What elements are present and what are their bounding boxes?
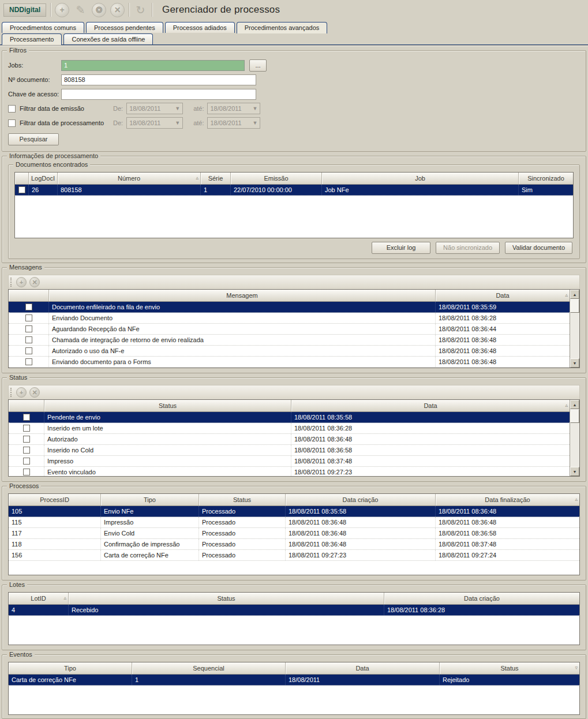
table-row[interactable]: 156 Carta de correção NFe Processado 18/… xyxy=(9,550,579,561)
scroll-up-icon[interactable]: ▲ xyxy=(570,290,579,299)
tab-procedimentos-avancados[interactable]: Procedimentos avançados xyxy=(237,22,328,33)
document-number-input[interactable] xyxy=(61,74,256,85)
table-row[interactable]: Inserido no Cold 18/08/2011 08:36:58 xyxy=(9,445,570,456)
row-checkbox[interactable] xyxy=(23,425,30,432)
table-row[interactable]: 4 Recebido 18/08/2011 08:36:28 xyxy=(9,605,579,616)
table-row[interactable]: Inserido em um lote 18/08/2011 08:36:28 xyxy=(9,423,570,434)
table-row[interactable]: Pendente de envio 18/08/2011 08:35:58 xyxy=(9,412,570,423)
col-numero[interactable]: Número▵ xyxy=(58,173,201,184)
select-column-header[interactable] xyxy=(15,173,29,184)
col-job[interactable]: Job xyxy=(322,173,519,184)
col-mensagem[interactable]: Mensagem xyxy=(49,290,436,301)
scroll-down-icon[interactable]: ▼ xyxy=(570,467,579,476)
col-data-finalizacao[interactable]: Data finalização▵ xyxy=(436,494,579,505)
tab-processamento[interactable]: Processamento xyxy=(2,33,62,45)
col-lotid[interactable]: LotID▵ xyxy=(9,593,69,604)
col-status[interactable]: Status xyxy=(69,593,384,604)
table-row[interactable]: Aguardando Recepção da NFe 18/08/2011 08… xyxy=(9,324,570,335)
table-row[interactable]: Autorizado o uso da NF-e 18/08/2011 08:3… xyxy=(9,346,570,357)
table-row[interactable]: Chamada de integração de retorno de envi… xyxy=(9,335,570,346)
col-data-criacao[interactable]: Data criação xyxy=(384,593,579,604)
col-status[interactable]: Status▿ xyxy=(440,662,579,674)
table-row[interactable]: 115 Impressão Processado 18/08/2011 08:3… xyxy=(9,517,579,528)
toolbar-grip[interactable] xyxy=(10,388,12,397)
close-circle-icon[interactable]: ✕ xyxy=(110,3,125,17)
table-row[interactable]: Enviando Documento 18/08/2011 08:36:28 xyxy=(9,313,570,324)
add-icon[interactable]: + xyxy=(16,277,27,287)
row-checkbox[interactable] xyxy=(18,186,25,193)
scroll-down-icon[interactable]: ▼ xyxy=(570,358,579,368)
table-row[interactable]: 26 808158 1 22/07/2010 00:00:00 Job NFe … xyxy=(15,185,573,196)
vertical-scrollbar[interactable]: ▲ ▼ xyxy=(570,290,579,368)
jobs-browse-button[interactable]: ... xyxy=(249,59,267,72)
not-synchronized-button[interactable]: Não sincronizado xyxy=(436,242,500,254)
table-row[interactable]: 105 Envio NFe Processado 18/08/2011 08:3… xyxy=(9,506,579,517)
access-key-input[interactable] xyxy=(61,89,256,100)
col-status[interactable]: Status xyxy=(44,400,291,411)
table-row[interactable]: Autorizado 18/08/2011 08:36:48 xyxy=(9,434,570,445)
table-row[interactable]: Documento enfileirado na fila de envio 1… xyxy=(9,302,570,313)
row-checkbox[interactable] xyxy=(23,414,30,421)
processing-to-datepicker[interactable]: 18/08/2011 ▼ xyxy=(207,117,260,129)
col-data[interactable]: Data▵ xyxy=(291,400,570,411)
filter-processing-date-checkbox[interactable] xyxy=(8,119,16,127)
vertical-scrollbar[interactable]: ▲ ▼ xyxy=(570,400,579,476)
tab-processos-adiados[interactable]: Processos adiados xyxy=(165,22,235,33)
row-checkbox[interactable] xyxy=(23,447,30,454)
remove-icon[interactable]: ✕ xyxy=(29,387,40,398)
tab-procedimentos-comuns[interactable]: Procedimentos comuns xyxy=(2,22,84,33)
col-sincronizado[interactable]: Sincronizado xyxy=(519,173,573,184)
row-checkbox[interactable] xyxy=(25,336,32,343)
col-data-criacao[interactable]: Data criação xyxy=(286,494,436,505)
tab-conexoes-saida-offline[interactable]: Conexões de saída offline xyxy=(63,33,153,44)
processing-from-datepicker[interactable]: 18/08/2011 ▼ xyxy=(126,117,183,129)
row-checkbox[interactable] xyxy=(25,358,32,365)
table-row[interactable]: Enviando documento para o Forms 18/08/20… xyxy=(9,357,570,368)
row-checkbox[interactable] xyxy=(25,304,32,310)
col-tipo[interactable]: Tipo xyxy=(101,494,199,505)
scrollbar-thumb[interactable] xyxy=(570,299,579,313)
select-column-header[interactable] xyxy=(9,400,44,411)
table-row[interactable]: Evento vinculado 18/08/2011 09:27:23 xyxy=(9,467,570,476)
col-sequencial[interactable]: Sequencial xyxy=(132,662,286,674)
select-column-header[interactable] xyxy=(9,290,49,301)
settings-gear-icon[interactable]: ❂ xyxy=(92,3,106,17)
remove-icon[interactable]: ✕ xyxy=(29,277,40,287)
scrollbar-track[interactable] xyxy=(570,423,579,467)
table-row[interactable]: Impresso 18/08/2011 08:37:48 xyxy=(9,456,570,467)
scrollbar-track[interactable] xyxy=(570,313,579,358)
table-row[interactable]: 117 Envio Cold Processado 18/08/2011 08:… xyxy=(9,528,579,539)
toolbar-grip[interactable] xyxy=(10,278,12,287)
tab-processos-pendentes[interactable]: Processos pendentes xyxy=(86,22,163,33)
row-checkbox[interactable] xyxy=(25,314,32,321)
table-row[interactable]: Carta de correção NFe 1 18/08/2011 Rejei… xyxy=(9,675,579,686)
scrollbar-thumb[interactable] xyxy=(570,409,579,423)
row-checkbox[interactable] xyxy=(25,347,32,354)
row-checkbox[interactable] xyxy=(25,325,32,332)
emission-to-datepicker[interactable]: 18/08/2011 ▼ xyxy=(207,103,260,114)
add-icon[interactable]: + xyxy=(55,3,69,17)
row-checkbox[interactable] xyxy=(23,469,30,475)
col-emissao[interactable]: Emissão xyxy=(231,173,322,184)
validate-document-button[interactable]: Validar documento xyxy=(505,242,572,254)
search-button[interactable]: Pesquisar xyxy=(8,133,59,145)
row-checkbox[interactable] xyxy=(23,458,30,465)
col-processid[interactable]: ProcessID xyxy=(9,494,101,505)
col-status[interactable]: Status xyxy=(199,494,286,505)
col-logdoc[interactable]: LogDocI xyxy=(29,173,58,184)
col-tipo[interactable]: Tipo xyxy=(9,662,132,674)
delete-log-button[interactable]: Excluir log xyxy=(372,242,430,254)
nddigital-brand-button[interactable]: NDDigital xyxy=(3,3,46,17)
add-icon[interactable]: + xyxy=(16,387,27,398)
filter-emission-date-checkbox[interactable] xyxy=(8,105,16,113)
col-data[interactable]: Data xyxy=(286,662,440,674)
table-row[interactable]: 118 Confirmação de impressão Processado … xyxy=(9,539,579,550)
edit-pencil-icon[interactable]: ✎ xyxy=(73,3,88,17)
scroll-up-icon[interactable]: ▲ xyxy=(570,400,579,409)
reprocess-icon[interactable]: ↻ xyxy=(133,3,148,17)
emission-from-datepicker[interactable]: 18/08/2011 ▼ xyxy=(126,103,183,114)
col-serie[interactable]: Série xyxy=(201,173,231,184)
jobs-input[interactable] xyxy=(61,60,245,71)
col-data[interactable]: Data▵ xyxy=(436,290,570,301)
row-checkbox[interactable] xyxy=(23,436,30,443)
